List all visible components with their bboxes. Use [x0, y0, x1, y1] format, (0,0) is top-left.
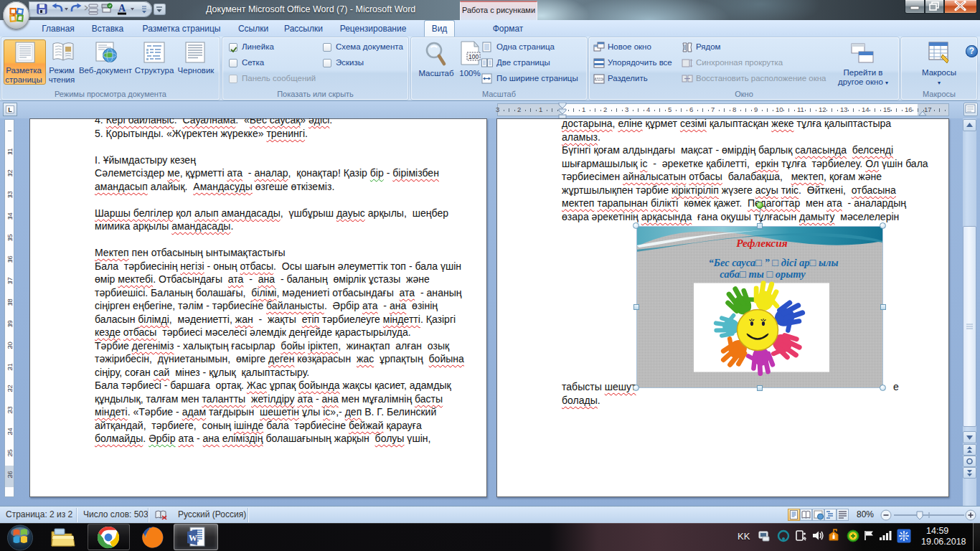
svg-text:100: 100 [468, 53, 479, 60]
svg-text:W: W [189, 533, 197, 543]
svg-text:A: A [118, 3, 126, 14]
